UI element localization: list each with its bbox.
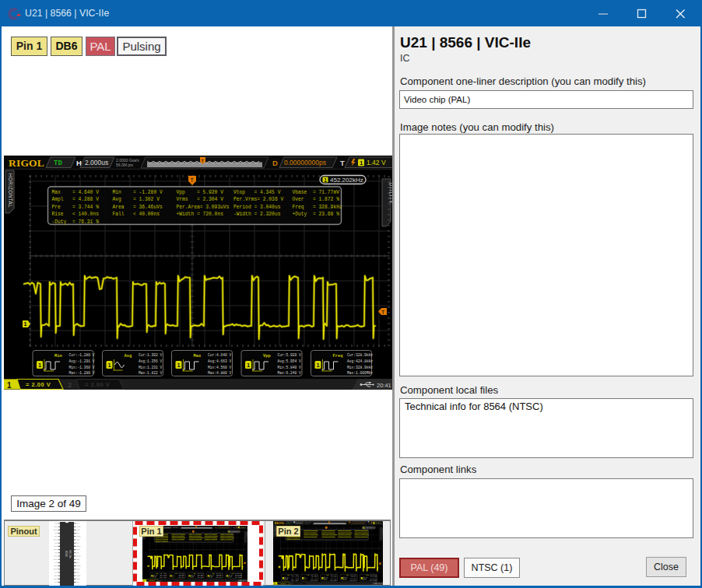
svg-text:VIC-IIe: VIC-IIe [68, 550, 72, 558]
svg-text:8566: 8566 [65, 551, 68, 557]
